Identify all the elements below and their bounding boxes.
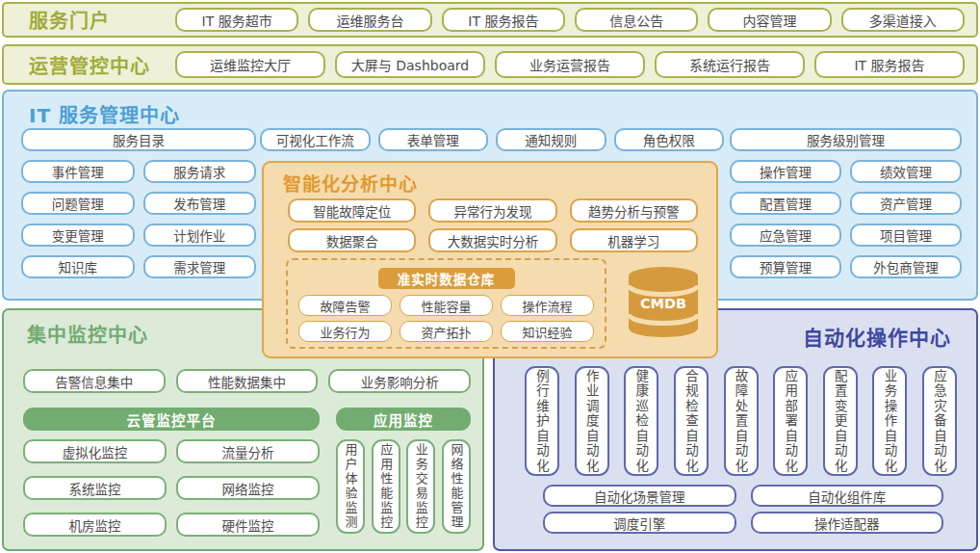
warehouse-button[interactable]: 资产拓扑 <box>400 321 493 342</box>
automation-button[interactable]: 调度引擎 <box>543 512 736 534</box>
itsm-button[interactable]: 通知规则 <box>496 128 606 151</box>
warehouse-button[interactable]: 业务行为 <box>298 321 392 342</box>
itsm-button[interactable]: 表单管理 <box>378 128 489 151</box>
automation-vertical-button[interactable]: 例行维护自动化 <box>525 366 559 476</box>
section-service-portal: 服务门户 IT 服务超市运维服务台IT 服务报告信息公告内容管理多渠道接入 <box>2 2 978 38</box>
operation-button[interactable]: 业务运营报告 <box>495 51 645 78</box>
it-architecture-diagram: 服务门户 IT 服务超市运维服务台IT 服务报告信息公告内容管理多渠道接入 运营… <box>0 0 980 553</box>
analytics-button[interactable]: 异常行为发现 <box>428 198 556 223</box>
analytics-button[interactable]: 大数据实时分析 <box>428 228 556 252</box>
itsm-button[interactable]: 服务请求 <box>143 160 257 183</box>
cmdb-database-icon: CMDB <box>627 266 700 338</box>
warehouse-button[interactable]: 故障告警 <box>298 295 392 316</box>
itsm-left-column: 服务目录 事件管理服务请求问题管理发布管理变更管理计划作业知识库需求管理 <box>21 128 256 278</box>
itsm-button[interactable]: 绩效管理 <box>850 160 962 183</box>
monitoring-button[interactable]: 硬件监控 <box>176 513 320 537</box>
cmdb-label: CMDB <box>640 296 686 311</box>
analytics-button[interactable]: 数据聚合 <box>288 228 416 252</box>
portal-button[interactable]: IT 服务超市 <box>175 8 298 32</box>
itsm-top-row: 可视化工作流表单管理通知规则角色权限 <box>260 128 724 151</box>
monitoring-button[interactable]: 业务影响分析 <box>328 369 471 393</box>
itsm-button[interactable]: 发布管理 <box>143 192 257 215</box>
service-portal-buttons: IT 服务超市运维服务台IT 服务报告信息公告内容管理多渠道接入 <box>175 8 965 32</box>
itsm-button[interactable]: 需求管理 <box>143 255 257 278</box>
automation-vertical-button[interactable]: 故障处置自动化 <box>724 366 759 476</box>
operation-button[interactable]: 大屏与 Dashboard <box>335 51 485 78</box>
portal-button[interactable]: 内容管理 <box>708 8 831 32</box>
warehouse-button[interactable]: 性能容量 <box>400 295 493 316</box>
app-monitoring-vertical-buttons: 用户体验监测应用性能监控业务交易监控网络性能管理 <box>336 439 471 534</box>
automation-button[interactable]: 自动化组件库 <box>751 485 944 507</box>
monitoring-button[interactable]: 系统监控 <box>23 476 167 500</box>
automation-vertical-button[interactable]: 配置变更自动化 <box>823 366 858 476</box>
itsm-button[interactable]: 知识库 <box>21 255 135 278</box>
itsm-button[interactable]: 变更管理 <box>21 224 135 247</box>
monitoring-vertical-button[interactable]: 应用性能监控 <box>372 439 400 534</box>
itsm-button[interactable]: 计划作业 <box>143 224 257 247</box>
itsm-left-grid: 事件管理服务请求问题管理发布管理变更管理计划作业知识库需求管理 <box>21 160 256 278</box>
monitoring-top-row: 告警信息集中性能数据集中业务影响分析 <box>23 369 471 393</box>
itsm-button[interactable]: 预算管理 <box>730 255 841 278</box>
monitoring-button[interactable]: 流量分析 <box>176 439 320 463</box>
monitoring-button[interactable]: 机房监控 <box>23 513 167 537</box>
portal-button[interactable]: 运维服务台 <box>308 8 431 32</box>
service-catalog-button[interactable]: 服务目录 <box>21 128 256 151</box>
automation-vertical-buttons: 例行维护自动化作业调度自动化健康巡检自动化合规检查自动化故障处置自动化应用部署自… <box>525 366 957 476</box>
portal-button[interactable]: 信息公告 <box>575 8 698 32</box>
automation-vertical-button[interactable]: 合规检查自动化 <box>674 366 709 476</box>
operation-control-title: 运营管控中心 <box>29 51 175 79</box>
itsm-right-column: 服务级别管理 操作管理绩效管理配置管理资产管理应急管理项目管理预算管理外包商管理 <box>730 128 962 278</box>
automation-bottom-grid: 自动化场景管理自动化组件库调度引擎操作适配器 <box>543 485 943 534</box>
analytics-title: 智能化分析中心 <box>283 170 418 196</box>
itsm-button[interactable]: 资产管理 <box>850 192 962 215</box>
monitoring-button[interactable]: 告警信息集中 <box>23 369 166 393</box>
itsm-button[interactable]: 角色权限 <box>614 128 725 151</box>
portal-button[interactable]: IT 服务报告 <box>442 8 565 32</box>
operation-button[interactable]: IT 服务报告 <box>814 51 965 78</box>
warehouse-button[interactable]: 知识经验 <box>501 321 594 342</box>
automation-vertical-button[interactable]: 应用部署自动化 <box>773 366 808 476</box>
itsm-button[interactable]: 配置管理 <box>730 192 841 215</box>
analytics-grid: 智能故障定位异常行为发现趋势分析与预警数据聚合大数据实时分析机器学习 <box>288 198 698 252</box>
itsm-button[interactable]: 可视化工作流 <box>260 128 371 151</box>
monitoring-vertical-button[interactable]: 网络性能管理 <box>442 439 471 534</box>
monitoring-button[interactable]: 网络监控 <box>176 476 320 500</box>
itsm-button[interactable]: 操作管理 <box>730 160 841 183</box>
analytics-button[interactable]: 机器学习 <box>570 228 698 252</box>
analytics-button[interactable]: 趋势分析与预警 <box>570 198 698 223</box>
monitoring-vertical-button[interactable]: 用户体验监测 <box>336 439 365 534</box>
itsm-button[interactable]: 应急管理 <box>730 224 841 247</box>
automation-vertical-button[interactable]: 应急灾备自动化 <box>922 366 957 476</box>
automation-button[interactable]: 操作适配器 <box>751 512 944 534</box>
cloud-platform-grid: 虚拟化监控流量分析系统监控网络监控机房监控硬件监控 <box>23 439 320 537</box>
monitoring-button[interactable]: 性能数据集中 <box>176 369 319 393</box>
automation-vertical-button[interactable]: 业务操作自动化 <box>872 366 907 476</box>
monitoring-title: 集中监控中心 <box>27 320 148 348</box>
section-analytics: 智能化分析中心 智能故障定位异常行为发现趋势分析与预警数据聚合大数据实时分析机器… <box>262 161 718 358</box>
automation-title: 自动化操作中心 <box>803 322 951 351</box>
cloud-platform-header[interactable]: 云管监控平台 <box>23 408 320 431</box>
automation-button[interactable]: 自动化场景管理 <box>543 485 736 507</box>
data-warehouse-header: 准实时数据仓库 <box>378 268 515 289</box>
itsm-button[interactable]: 外包商管理 <box>850 255 962 278</box>
monitoring-button[interactable]: 虚拟化监控 <box>23 439 167 463</box>
operation-control-buttons: 运维监控大厅大屏与 Dashboard业务运营报告系统运行报告IT 服务报告 <box>175 51 965 78</box>
itsm-button[interactable]: 问题管理 <box>21 192 135 215</box>
sla-button[interactable]: 服务级别管理 <box>730 128 962 151</box>
itsm-button[interactable]: 事件管理 <box>21 160 135 183</box>
itsm-right-grid: 操作管理绩效管理配置管理资产管理应急管理项目管理预算管理外包商管理 <box>730 160 962 278</box>
data-warehouse-box: 准实时数据仓库 故障告警性能容量操作流程业务行为资产拓扑知识经验 <box>286 258 606 349</box>
itsm-button[interactable]: 项目管理 <box>850 224 962 247</box>
analytics-button[interactable]: 智能故障定位 <box>288 198 416 223</box>
warehouse-button[interactable]: 操作流程 <box>501 295 594 316</box>
automation-vertical-button[interactable]: 健康巡检自动化 <box>624 366 658 476</box>
operation-button[interactable]: 运维监控大厅 <box>175 51 325 78</box>
automation-vertical-button[interactable]: 作业调度自动化 <box>575 366 609 476</box>
app-monitoring-header[interactable]: 应用监控 <box>336 408 471 431</box>
data-warehouse-grid: 故障告警性能容量操作流程业务行为资产拓扑知识经验 <box>298 295 594 342</box>
service-portal-title: 服务门户 <box>29 6 175 34</box>
monitoring-vertical-button[interactable]: 业务交易监控 <box>406 439 435 534</box>
section-operation-control: 运营管控中心 运维监控大厅大屏与 Dashboard业务运营报告系统运行报告IT… <box>2 44 978 85</box>
portal-button[interactable]: 多渠道接入 <box>841 8 965 32</box>
operation-button[interactable]: 系统运行报告 <box>655 51 805 78</box>
